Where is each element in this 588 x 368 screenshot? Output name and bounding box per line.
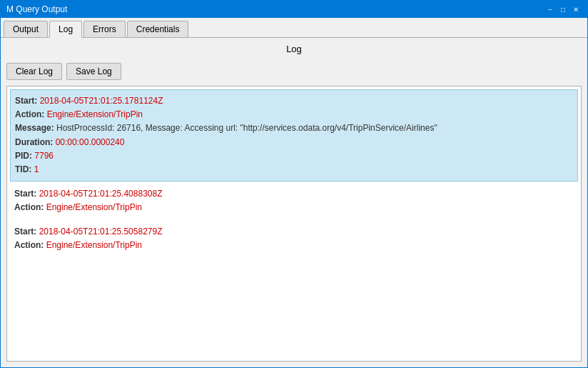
- log-field: Message: HostProcessId: 26716, Message: …: [15, 121, 573, 135]
- log-field-label: Start:: [14, 189, 39, 199]
- log-field-label: PID:: [15, 151, 34, 161]
- minimize-button[interactable]: −: [544, 4, 556, 15]
- log-field: Action: Engine/Extension/TripPin: [15, 108, 573, 121]
- log-field: Start: 2018-04-05T21:01:25.5058279Z: [14, 225, 574, 239]
- log-area: Start: 2018-04-05T21:01:25.1781124ZActio…: [6, 86, 582, 362]
- close-button[interactable]: ✕: [570, 4, 582, 15]
- log-field: PID: 7796: [15, 149, 573, 163]
- log-field-label: Action:: [14, 240, 46, 250]
- log-field-value: Engine/Extension/TripPin: [46, 202, 142, 212]
- tab-bar: Output Log Errors Credentials: [1, 18, 587, 38]
- log-entry: Start: 2018-04-05T21:01:25.4088308ZActio…: [10, 183, 578, 219]
- log-field-value: HostProcessId: 26716, Message: Accessing…: [56, 123, 437, 133]
- log-field-label: Action:: [14, 202, 46, 212]
- main-window: M Query Output − □ ✕ Output Log Errors C…: [0, 0, 588, 368]
- log-field-value: Engine/Extension/TripPin: [47, 109, 143, 119]
- log-entry: Start: 2018-04-05T21:01:25.1781124ZActio…: [10, 89, 578, 181]
- log-field: Start: 2018-04-05T21:01:25.1781124Z: [15, 94, 573, 108]
- log-field-value: 7796: [34, 151, 54, 161]
- log-field: TID: 1: [15, 163, 573, 176]
- log-field-value: Engine/Extension/TripPin: [46, 240, 142, 250]
- page-header: Log: [1, 38, 587, 60]
- log-field-value: 2018-04-05T21:01:25.5058279Z: [39, 227, 163, 237]
- toolbar: Clear Log Save Log: [1, 60, 587, 86]
- log-field-label: Start:: [14, 227, 39, 237]
- log-field-label: Action:: [15, 109, 47, 119]
- log-field-value: 00:00:00.0000240: [56, 137, 125, 147]
- clear-log-button[interactable]: Clear Log: [6, 63, 62, 80]
- title-bar-controls: − □ ✕: [544, 4, 582, 15]
- window-title: M Query Output: [6, 4, 67, 14]
- tab-credentials[interactable]: Credentials: [127, 21, 189, 37]
- log-field-value: 2018-04-05T21:01:25.1781124Z: [40, 96, 163, 106]
- log-entry: Start: 2018-04-05T21:01:25.5058279ZActio…: [10, 221, 578, 257]
- log-field-label: Duration:: [15, 137, 56, 147]
- tab-errors[interactable]: Errors: [83, 21, 126, 37]
- tab-log[interactable]: Log: [49, 21, 82, 38]
- tab-output[interactable]: Output: [4, 21, 48, 37]
- log-field-label: Message:: [15, 123, 56, 133]
- log-field: Action: Engine/Extension/TripPin: [14, 201, 574, 214]
- log-field-label: Start:: [15, 96, 40, 106]
- log-field: Duration: 00:00:00.0000240: [15, 136, 573, 149]
- log-field-value: 1: [34, 164, 39, 174]
- log-field-label: TID:: [15, 164, 34, 174]
- log-field: Action: Engine/Extension/TripPin: [14, 239, 574, 252]
- title-bar: M Query Output − □ ✕: [1, 1, 587, 18]
- log-field-value: 2018-04-05T21:01:25.4088308Z: [39, 189, 163, 199]
- log-field: Start: 2018-04-05T21:01:25.4088308Z: [14, 187, 574, 201]
- save-log-button[interactable]: Save Log: [66, 63, 121, 80]
- maximize-button[interactable]: □: [557, 4, 569, 15]
